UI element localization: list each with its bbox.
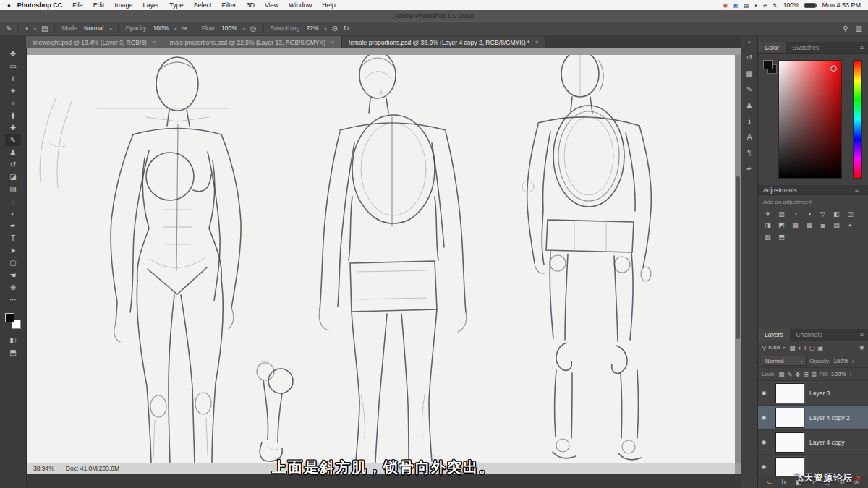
hand-tool-icon[interactable]: ☚ [5, 269, 21, 281]
path-selection-tool-icon[interactable]: ➤ [5, 244, 21, 257]
tab-close-icon[interactable]: ✕ [331, 40, 335, 46]
pen-presets-panel-icon[interactable]: ✒ [743, 162, 756, 175]
info-panel-icon[interactable]: ℹ [743, 114, 756, 127]
display-icon[interactable]: ▤ [744, 2, 749, 9]
tab-layers[interactable]: Layers [758, 329, 790, 341]
color-balance-icon[interactable]: ◫ [846, 209, 855, 218]
eraser-tool-icon[interactable]: ◪ [5, 171, 21, 183]
window-title-bar[interactable]: Adobe Photoshop CC 2018 [0, 10, 868, 21]
layer-name[interactable]: Layer 4 copy 2 [809, 414, 850, 421]
layer-thumbnail[interactable] [775, 383, 804, 403]
gear-icon[interactable]: ⚙ [332, 25, 339, 33]
panel-menu-icon[interactable]: ≡ [860, 44, 864, 51]
panel-foreground-color-swatch[interactable] [763, 60, 773, 69]
photo-filter-icon[interactable]: ◩ [777, 221, 786, 230]
type-tool-icon[interactable]: T [5, 232, 21, 244]
layer-row[interactable]: ◉ Layer 3 [758, 381, 868, 406]
swatches-panel-icon[interactable]: ▦ [743, 67, 756, 80]
menu-app-name[interactable]: Photoshop CC [12, 1, 68, 9]
marquee-tool-icon[interactable]: ▭ [5, 60, 21, 72]
document-canvas[interactable] [27, 55, 735, 463]
move-tool-icon[interactable]: ✥ [5, 48, 21, 60]
pressure-opacity-icon[interactable]: ✑ [182, 25, 187, 33]
layer-effects-icon[interactable]: fx [781, 479, 786, 486]
gradient-map-icon[interactable]: ⬒ [777, 232, 786, 241]
menu-item[interactable]: File [67, 1, 88, 9]
healing-brush-tool-icon[interactable]: ✚ [5, 121, 21, 134]
blue-app-icon[interactable]: ▣ [733, 2, 739, 9]
color-picker-cursor[interactable] [830, 65, 837, 72]
exposure-icon[interactable]: ◑ [804, 209, 814, 218]
threshold-icon[interactable]: ◓ [846, 221, 855, 230]
hue-saturation-icon[interactable]: ◧ [832, 209, 841, 218]
posterize-icon[interactable]: ▤ [832, 221, 841, 230]
history-brush-tool-icon[interactable]: ↺ [5, 158, 21, 171]
clone-stamp-tool-icon[interactable]: ♟ [5, 146, 21, 158]
flow-dropdown[interactable]: 100% [221, 25, 237, 32]
kind-dropdown[interactable]: Kind [768, 344, 780, 351]
lock-all-icon[interactable]: ⊠ [812, 371, 817, 378]
power-icon[interactable]: ↯ [773, 2, 778, 9]
lock-image-pixels-icon[interactable]: ✎ [787, 371, 792, 378]
zoom-tool-icon[interactable]: ⊕ [5, 281, 21, 294]
pen-tool-icon[interactable]: ✒ [5, 220, 21, 232]
dodge-tool-icon[interactable]: ◐ [5, 207, 21, 220]
tab-close-icon[interactable]: ✕ [152, 40, 156, 46]
lock-artboard-icon[interactable]: ⊞ [803, 371, 808, 378]
lasso-tool-icon[interactable]: ℓ [5, 72, 21, 85]
layer-visibility-icon[interactable]: ◉ [758, 406, 770, 429]
layer-filter-toggle[interactable]: ◉ [859, 344, 864, 351]
menu-item[interactable]: Edit [88, 1, 110, 9]
quick-selection-tool-icon[interactable]: ✦ [5, 85, 21, 97]
layer-name[interactable]: Layer 4 copy [809, 439, 845, 446]
wifi-icon[interactable]: ≋ [762, 2, 767, 9]
layer-visibility-icon[interactable]: ◉ [758, 430, 770, 454]
levels-icon[interactable]: ▥ [777, 209, 786, 218]
workspace-switcher-icon[interactable]: ▥ [856, 25, 862, 33]
panel-menu-icon[interactable]: ≡ [860, 331, 864, 338]
document-tab[interactable]: female proportions.psd @ 38.9% (Layer 4 … [342, 36, 546, 48]
menu-item[interactable]: Select [188, 1, 216, 9]
document-tab[interactable]: male proportions.psd @ 22.5% (Layer 13, … [163, 36, 342, 48]
tab-color[interactable]: Color [758, 42, 786, 53]
invert-icon[interactable]: ◙ [818, 221, 827, 230]
brightness-contrast-icon[interactable]: ☀ [763, 209, 773, 218]
filter-adjustment-layers-icon[interactable]: ◑ [797, 344, 801, 351]
menu-item[interactable]: View [260, 1, 284, 9]
tab-close-icon[interactable]: ✕ [535, 40, 539, 46]
filter-shape-layers-icon[interactable]: ▢ [809, 344, 815, 351]
history-panel-icon[interactable]: ↺ [743, 51, 756, 64]
document-tab[interactable]: lineweight.psd @ 13.4% (Layer 3, RGB/8) … [26, 36, 163, 48]
edit-toolbar-icon[interactable]: ⋯ [5, 294, 21, 306]
channel-mixer-icon[interactable]: ▩ [791, 221, 800, 230]
crop-tool-icon[interactable]: ⌗ [5, 97, 21, 109]
screen-mode-icon[interactable]: ⬒ [9, 348, 16, 356]
layer-visibility-icon[interactable]: ◉ [758, 381, 770, 405]
apple-menu-icon[interactable]: ● [7, 2, 11, 9]
curves-icon[interactable]: ◔ [791, 209, 800, 218]
expand-panels-icon[interactable]: « [748, 39, 751, 46]
menu-item[interactable]: Type [164, 1, 189, 9]
layers-opacity-dropdown[interactable]: 100% [833, 358, 848, 364]
paragraph-panel-icon[interactable]: ¶ [743, 146, 756, 159]
quick-mask-icon[interactable]: ◧ [9, 336, 16, 344]
blur-tool-icon[interactable]: ◌ [5, 195, 21, 207]
lock-position-icon[interactable]: ✥ [795, 371, 800, 378]
layer-row[interactable]: ◉ Layer 4 copy 2 [758, 406, 868, 430]
black-white-icon[interactable]: ◨ [763, 221, 773, 230]
brush-settings-toggle-icon[interactable]: ▤ [41, 25, 48, 33]
tab-channels[interactable]: Channels [790, 329, 829, 341]
filter-pixel-layers-icon[interactable]: ▦ [789, 344, 795, 351]
active-tool-icon[interactable]: ✎ [6, 25, 12, 33]
layer-thumbnail[interactable] [775, 432, 804, 453]
scrollbar-thumb[interactable] [736, 176, 740, 339]
color-picker-gradient[interactable] [778, 60, 842, 179]
menu-item[interactable]: Filter [216, 1, 241, 9]
brush-tool-icon[interactable]: ✎ [5, 134, 21, 146]
menu-item[interactable]: Window [284, 1, 317, 9]
tab-swatches[interactable]: Swatches [786, 42, 825, 53]
menu-clock[interactable]: Mon 4:53 PM [822, 1, 861, 9]
vertical-scrollbar[interactable] [735, 55, 741, 463]
clone-source-panel-icon[interactable]: ♟ [743, 98, 756, 111]
gradient-tool-icon[interactable]: ▨ [5, 183, 21, 195]
